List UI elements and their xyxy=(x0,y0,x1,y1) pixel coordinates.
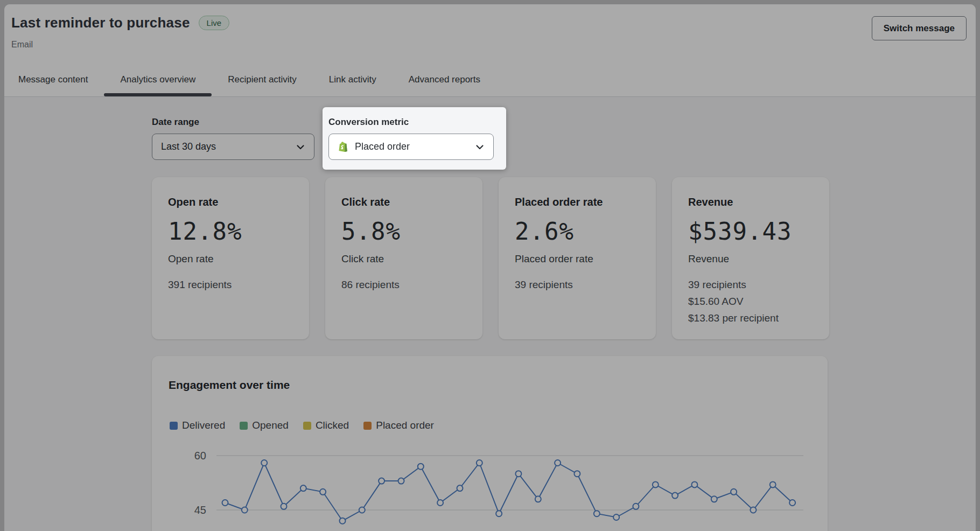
app-panel: Last reminder to purchase Live Email Swi… xyxy=(4,4,976,531)
svg-text:60: 60 xyxy=(194,450,206,462)
metric-card-sublabel: Open rate xyxy=(168,253,293,265)
tab-bar: Message contentAnalytics overviewRecipie… xyxy=(4,62,976,96)
date-range-filter: Date range Last 30 days xyxy=(152,117,314,160)
metric-card-detail-line: 391 recipients xyxy=(168,280,293,290)
metric-card-revenue: Revenue$539.43Revenue39 recipients$15.60… xyxy=(672,177,829,339)
legend-item-opened[interactable]: Opened xyxy=(240,420,289,431)
legend-label: Opened xyxy=(252,420,289,431)
legend-item-delivered[interactable]: Delivered xyxy=(170,420,225,431)
metric-card-detail-line: 86 recipients xyxy=(341,280,466,290)
metric-card-detail-line: $15.60 AOV xyxy=(688,296,813,306)
metric-card-value: $539.43 xyxy=(688,218,813,245)
engagement-line-chart[interactable]: 6045 xyxy=(152,444,828,531)
metric-card-sublabel: Revenue xyxy=(688,253,813,265)
legend-label: Delivered xyxy=(182,420,225,431)
date-range-select[interactable]: Last 30 days xyxy=(152,134,314,160)
metric-card-value: 12.8% xyxy=(168,218,293,245)
conversion-metric-label: Conversion metric xyxy=(328,117,494,128)
page-header: Last reminder to purchase Live Email Swi… xyxy=(4,4,976,97)
conversion-metric-select[interactable]: Placed order xyxy=(328,134,494,160)
metric-card-title: Revenue xyxy=(688,196,813,208)
metric-card-details: 39 recipients$15.60 AOV$13.83 per recipi… xyxy=(688,280,813,323)
tab-analytics-overview[interactable]: Analytics overview xyxy=(104,62,212,96)
metric-card-sublabel: Placed order rate xyxy=(515,253,640,265)
metric-card-click-rate: Click rate5.8%Click rate86 recipients xyxy=(325,177,482,339)
legend-label: Placed order xyxy=(376,420,434,431)
chart-title: Engagement over time xyxy=(169,379,828,391)
tab-recipient-activity[interactable]: Recipient activity xyxy=(212,62,313,96)
metric-card-value: 5.8% xyxy=(341,218,466,245)
metric-card-detail-line: $13.83 per recipient xyxy=(688,313,813,323)
tab-link-activity[interactable]: Link activity xyxy=(313,62,393,96)
metric-card-placed-order-rate: Placed order rate2.6%Placed order rate39… xyxy=(499,177,656,339)
conversion-metric-value: Placed order xyxy=(355,141,410,152)
chart-legend: DeliveredOpenedClickedPlaced order xyxy=(170,420,828,431)
metric-card-details: 391 recipients xyxy=(168,280,293,290)
legend-swatch-icon xyxy=(170,422,178,430)
date-range-value: Last 30 days xyxy=(161,141,216,152)
analytics-overview-content: Date range Last 30 days Conversion metri… xyxy=(4,117,976,531)
metric-card-details: 86 recipients xyxy=(341,280,466,290)
legend-swatch-icon xyxy=(303,422,311,430)
legend-swatch-icon xyxy=(363,422,372,430)
date-range-label: Date range xyxy=(152,117,314,128)
filters-row: Date range Last 30 days Conversion metri… xyxy=(152,117,976,160)
legend-label: Clicked xyxy=(316,420,349,431)
metric-card-detail-line: 39 recipients xyxy=(688,280,813,290)
svg-text:45: 45 xyxy=(194,504,206,516)
metric-card-value: 2.6% xyxy=(515,218,640,245)
chevron-down-icon xyxy=(475,142,485,152)
legend-item-placed-order[interactable]: Placed order xyxy=(363,420,434,431)
metric-card-title: Open rate xyxy=(168,196,293,208)
metric-card-open-rate: Open rate12.8%Open rate391 recipients xyxy=(152,177,309,339)
switch-message-button[interactable]: Switch message xyxy=(872,16,967,40)
shopify-icon xyxy=(338,141,348,152)
metric-card-details: 39 recipients xyxy=(515,280,640,290)
chevron-down-icon xyxy=(296,142,305,152)
channel-label: Email xyxy=(11,40,976,50)
legend-swatch-icon xyxy=(240,422,248,430)
metric-card-title: Placed order rate xyxy=(515,196,640,208)
legend-item-clicked[interactable]: Clicked xyxy=(303,420,349,431)
engagement-chart-card: Engagement over time DeliveredOpenedClic… xyxy=(152,356,828,531)
page-title: Last reminder to purchase xyxy=(11,15,190,31)
tab-message-content[interactable]: Message content xyxy=(4,62,104,96)
status-badge: Live xyxy=(199,16,230,30)
conversion-metric-spotlight: Conversion metric Placed order xyxy=(328,117,494,160)
tab-advanced-reports[interactable]: Advanced reports xyxy=(393,62,496,96)
metric-card-detail-line: 39 recipients xyxy=(515,280,640,290)
metric-card-sublabel: Click rate xyxy=(341,253,466,265)
metric-card-title: Click rate xyxy=(341,196,466,208)
metric-cards-row: Open rate12.8%Open rate391 recipientsCli… xyxy=(152,177,976,339)
